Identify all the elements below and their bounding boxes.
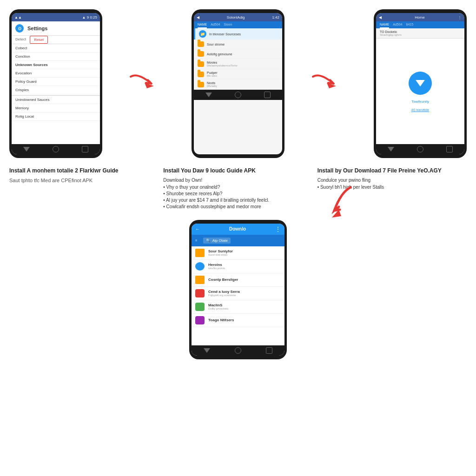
phone-settings: ▲▲ ▲ 9 0:25 ⚙ Settings Detect Reset Cobe…: [9, 9, 102, 158]
back-btn-2[interactable]: [205, 93, 212, 97]
lfile-item-4[interactable]: MaclinS Dolby pronctons: [192, 300, 284, 314]
recents-btn-4[interactable]: [266, 347, 272, 354]
status-icons-1: ▲▲: [14, 15, 22, 20]
lfile-item-2[interactable]: Cosntp Bersliger: [192, 273, 284, 287]
menu-dots-4[interactable]: ⋮: [275, 226, 281, 232]
lfile-search[interactable]: 🔍 Alp Otate: [203, 238, 231, 244]
back-btn-3[interactable]: [388, 147, 394, 152]
home-btn-4[interactable]: [235, 347, 241, 354]
file-folder-4[interactable]: Noots Dfs/adty: [194, 79, 282, 90]
lfile-item-5[interactable]: Toago Ntitsers: [192, 314, 284, 327]
folder-icon-0: [198, 41, 204, 47]
lfile-item-1[interactable]: Heroins toto/ltu pronts: [192, 260, 284, 273]
file-folder-1[interactable]: Aotofig genvoune: [194, 49, 282, 59]
s-item-6: Unindowned Sauces: [12, 95, 100, 104]
h-tab-ad[interactable]: Ad504: [393, 21, 402, 28]
home-link[interactable]: 4G trandtsbr: [411, 108, 430, 112]
lfile-texts-1: Heroins toto/ltu pronts: [208, 263, 281, 270]
file-folder-3[interactable]: Pudper Mo sdcc: [194, 69, 282, 79]
status-right-2: 1:42: [272, 15, 279, 20]
file-highlighted-row[interactable]: 📁 In trknoser Sourceses: [194, 28, 282, 40]
status-title-2: SolontAdig: [227, 15, 245, 20]
home-btn-1[interactable]: [53, 146, 59, 152]
desc-bullet-2-3: Cowlcafir endsh ousstephipe and medor mo…: [163, 204, 312, 209]
home-tabs: NAME Ad504 8415: [376, 21, 464, 28]
download-icon-big: [409, 72, 432, 95]
folder-texts-0: Sour strome: [207, 43, 225, 46]
lfile-icon-3: [195, 289, 205, 298]
folder-texts-2: Movies Dfs/aomyslutterrcs/Tomv: [207, 61, 238, 67]
home-content: Tow8runity 4G trandtsbr: [376, 39, 464, 144]
main-container: ▲▲ ▲ 9 0:25 ⚙ Settings Detect Reset Cobe…: [0, 0, 476, 369]
back-arrow-4[interactable]: ←: [195, 226, 200, 231]
recents-btn-2[interactable]: [264, 92, 271, 98]
folder-name-3: Pudper: [207, 71, 218, 74]
lfile-item-0[interactable]: Sour Suniyfor Surel totd elves: [192, 246, 284, 260]
folder-texts-1: Aotofig genvoune: [207, 53, 232, 56]
desc-body-2: Download by Own!: [163, 178, 312, 183]
nav-bar-4: [192, 345, 284, 356]
f-tab-sioon[interactable]: Sioon: [224, 21, 232, 28]
folder-name-0: Sour strome: [207, 43, 225, 46]
folder-texts-3: Pudper Mo sdcc: [207, 71, 218, 77]
h-tab-8415[interactable]: 8415: [406, 21, 413, 28]
lfile-header: ← Downlo ⋮: [192, 224, 284, 235]
arrow-3-container: [309, 183, 364, 231]
folder-path-4: Dfs/adty: [207, 85, 217, 87]
lfile-name-0: Sour Suniyfor: [208, 249, 281, 253]
phone-home: ◀ Home ⋮ NAME Ad504 8415 TO Dockelo Stra…: [374, 9, 467, 158]
back-btn-4[interactable]: [204, 348, 210, 353]
home-btn-3[interactable]: [417, 146, 423, 152]
nav-bar-1: [12, 144, 100, 154]
arrow-2-container: [284, 9, 374, 158]
settings-header: ⚙ Settings: [12, 21, 100, 36]
desc-bullet-2-2: Al juy your are $14 7 amd il bralling or…: [163, 198, 312, 203]
h-tab-name[interactable]: NAME: [380, 21, 389, 28]
lfile-path-3: Fojbysitt org eromonte: [208, 294, 281, 297]
file-folder-2[interactable]: Movies Dfs/aomyslutterrcs/Tomv: [194, 59, 282, 69]
hamburger-icon[interactable]: ≡: [195, 238, 198, 243]
recents-btn-1[interactable]: [82, 146, 88, 152]
f-tab-name[interactable]: NAME: [198, 21, 207, 28]
recents-btn-3[interactable]: [446, 146, 453, 152]
phone-settings-screen: ▲▲ ▲ 9 0:25 ⚙ Settings Detect Reset Cobe…: [12, 13, 100, 154]
settings-tabs: Detect Reset: [12, 36, 100, 44]
lfile-item-3[interactable]: Cend a luoy Serra Fojbysitt org eromonte: [192, 287, 284, 300]
status-left-2: ◀: [197, 15, 199, 20]
download-label: Tow8runity: [411, 99, 429, 104]
lfile-name-1: Heroins: [208, 263, 281, 267]
phone-download-screen: ← Downlo ⋮ ≡ 🔍 Alp Otate Sour Suniyf: [192, 224, 284, 356]
s-item-7: Memory: [12, 104, 100, 112]
search-icon-4: 🔍: [206, 238, 211, 243]
s-item-0: Cobect: [12, 44, 100, 53]
lfile-texts-2: Cosntp Bersliger: [208, 278, 281, 282]
arrow-1-svg: [128, 70, 165, 98]
desc-bullet-2-1: Shurobe seeze reores Alp?: [163, 191, 312, 196]
lfile-path-1: toto/ltu pronts: [208, 267, 281, 270]
folder-name-4: Noots: [207, 81, 217, 85]
lfile-texts-3: Cend a luoy Serra Fojbysitt org eromonte: [208, 290, 281, 297]
lfile-texts-4: MaclinS Dolby pronctons: [208, 303, 281, 310]
home-btn-2[interactable]: [235, 92, 241, 98]
lfile-icon-2: [195, 276, 205, 284]
back-btn-1[interactable]: [23, 147, 30, 152]
folder-icon-3: [198, 72, 204, 77]
tab-reset[interactable]: Reset: [30, 36, 48, 44]
arrow-2-svg: [311, 70, 348, 98]
home-item-sub: Strachigitg+ighrm: [380, 33, 461, 36]
file-folder-0[interactable]: Sour strome: [194, 40, 282, 49]
settings-list: Cobect Conction Unknown Sources Evocatio…: [12, 44, 100, 144]
descriptions-row: Install A monhem totalie 2 Flarklwr Guid…: [9, 167, 467, 211]
f-tab-ad[interactable]: Ad504: [211, 21, 220, 28]
desc-body-3: Condulce your pwino fling: [317, 178, 467, 183]
arrow-3-svg: [309, 183, 364, 229]
s-item-4: Policy Guard: [12, 78, 100, 86]
lfile-name-3: Cend a luoy Serra: [208, 290, 281, 294]
s-item-unknown-sources[interactable]: Unknown Sources: [12, 61, 100, 69]
folder-texts-4: Noots Dfs/adty: [207, 81, 217, 87]
lfile-icon-0: [195, 249, 205, 257]
lfile-name-5: Toago Ntitsers: [208, 318, 281, 322]
status-right-3: ⋮: [458, 15, 462, 20]
tab-detect[interactable]: Detect: [12, 36, 30, 44]
desc-bullet-2-0: Vhy o thuy your onalneld?: [163, 185, 312, 190]
